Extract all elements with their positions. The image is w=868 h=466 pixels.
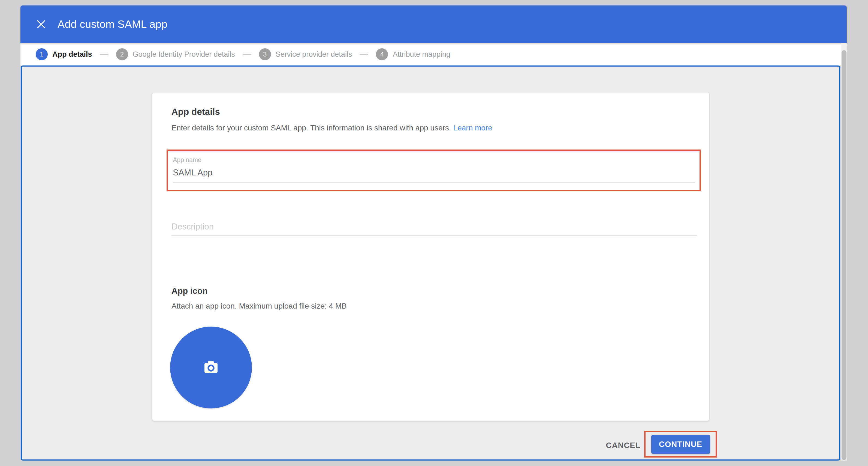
step-app-details[interactable]: 1 App details [36, 48, 92, 60]
step-number-badge: 4 [376, 48, 388, 60]
app-icon-upload-button[interactable] [170, 327, 252, 408]
stepper: 1 App details 2 Google Identity Provider… [21, 43, 841, 65]
step-number-badge: 2 [116, 48, 128, 60]
close-icon[interactable] [35, 18, 47, 30]
step-attribute-mapping[interactable]: 4 Attribute mapping [376, 48, 451, 60]
step-google-idp-details[interactable]: 2 Google Identity Provider details [116, 48, 235, 60]
description-placeholder: Description [172, 217, 697, 232]
app-icon-heading: App icon [172, 286, 208, 296]
step-label: App details [52, 50, 92, 59]
description-field[interactable]: Description [172, 217, 697, 236]
annotation-box-continue: CONTINUE [644, 431, 717, 458]
cancel-button[interactable]: CANCEL [599, 437, 648, 454]
scrollbar-thumb[interactable] [842, 50, 846, 460]
step-label: Attribute mapping [393, 50, 451, 59]
step-number-badge: 3 [259, 48, 271, 60]
intro-text: Enter details for your custom SAML app. … [172, 124, 451, 132]
continue-button[interactable]: CONTINUE [651, 435, 710, 454]
dialog-title: Add custom SAML app [58, 18, 167, 30]
field-underline [173, 182, 695, 183]
app-name-value: SAML App [173, 168, 212, 178]
step-connector [243, 54, 251, 55]
learn-more-link[interactable]: Learn more [453, 124, 492, 132]
app-name-label: App name [173, 156, 202, 164]
scrollbar-track[interactable] [841, 43, 847, 461]
camera-icon [204, 361, 218, 374]
step-connector [360, 54, 368, 55]
x-icon [36, 19, 46, 29]
step-label: Google Identity Provider details [133, 50, 235, 59]
step-connector [100, 54, 108, 55]
step-service-provider-details[interactable]: 3 Service provider details [259, 48, 352, 60]
annotation-box-app-name: App name SAML App [166, 149, 701, 191]
step-number-badge: 1 [36, 48, 48, 60]
card-intro-text: Enter details for your custom SAML app. … [172, 124, 492, 132]
app-icon-help-text: Attach an app icon. Maximum upload file … [172, 302, 347, 311]
step-label: Service provider details [276, 50, 352, 59]
card-heading: App details [172, 107, 220, 117]
dialog-header: Add custom SAML app [21, 5, 847, 43]
app-name-field[interactable]: App name SAML App [168, 151, 700, 190]
app-details-card: App details Enter details for your custo… [152, 92, 709, 421]
